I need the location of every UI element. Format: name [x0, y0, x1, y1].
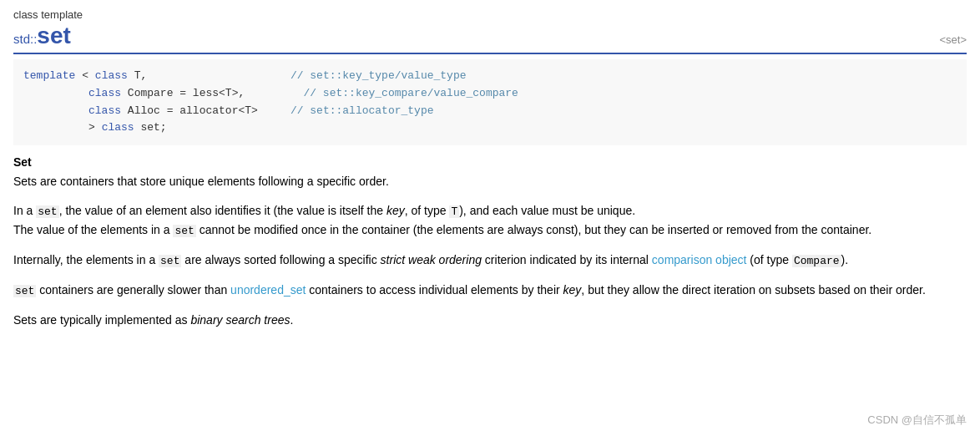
code-kw-class2: class: [88, 87, 121, 99]
para4-em: key: [563, 283, 582, 297]
para4-text1: containers are generally slower than: [36, 283, 230, 297]
title-line: std::set <set>: [13, 23, 967, 54]
para3-text4: (of type: [746, 253, 791, 266]
watermark: CSDN @自信不孤单: [867, 413, 967, 428]
para3-text1: Internally, the elements in a: [13, 253, 159, 266]
para5-text1: Sets are typically implemented as: [13, 313, 190, 327]
para3-text2: are always sorted following a specific: [181, 253, 380, 266]
code-kw-class4: class: [102, 121, 134, 134]
para2-code1: set: [36, 205, 58, 218]
code-kw-class1: class: [95, 69, 128, 82]
para-5: Sets are typically implemented as binary…: [13, 311, 967, 329]
para3-code2: Compare: [792, 255, 841, 267]
para-1: Sets are containers that store unique el…: [13, 172, 967, 190]
para2-text1: In a: [13, 204, 36, 217]
para-3: Internally, the elements in a set are al…: [13, 251, 967, 271]
para2-em1: key: [386, 204, 405, 217]
para3-text3: criterion indicated by its internal: [482, 253, 652, 266]
para2-code3: set: [173, 225, 195, 237]
title-heading: std::set: [13, 23, 71, 49]
para5-text2: .: [290, 313, 294, 327]
code-comment1: // set::key_type/value_type: [290, 69, 467, 82]
code-block: template < class T, // set::key_type/val…: [13, 59, 967, 145]
para3-link[interactable]: comparison object: [652, 253, 747, 266]
class-label: class template: [13, 8, 967, 21]
para5-em: binary search trees: [190, 313, 290, 327]
code-comment2: // set::key_compare/value_compare: [303, 87, 518, 99]
para3-text5: ).: [841, 253, 849, 266]
para-4: set containers are generally slower than…: [13, 281, 967, 301]
para4-text3: , but they allow the direct iteration on…: [581, 283, 925, 297]
para3-code1: set: [159, 255, 181, 267]
code-comment3: // set::allocator_type: [290, 104, 434, 117]
para4-code1: set: [13, 285, 36, 297]
para2-text3: , of type: [405, 204, 450, 217]
para4-link[interactable]: unordered_set: [230, 283, 306, 297]
code-kw-class3: class: [88, 104, 121, 117]
para2-code2: T: [449, 205, 459, 218]
title-std: std::: [13, 32, 37, 46]
title-bracket: <set>: [939, 33, 967, 46]
para2-text5: cannot be modified once in the container…: [196, 223, 871, 236]
para-2: In a set, the value of an element also i…: [13, 201, 967, 241]
para4-text2: containers to access individual elements…: [306, 283, 563, 297]
para2-text2: , the value of an element also identifie…: [59, 204, 386, 217]
title-set: set: [37, 23, 70, 48]
code-kw-template: template: [23, 69, 75, 82]
section-title-set: Set: [13, 155, 967, 169]
para3-em: strict weak ordering: [381, 253, 482, 266]
